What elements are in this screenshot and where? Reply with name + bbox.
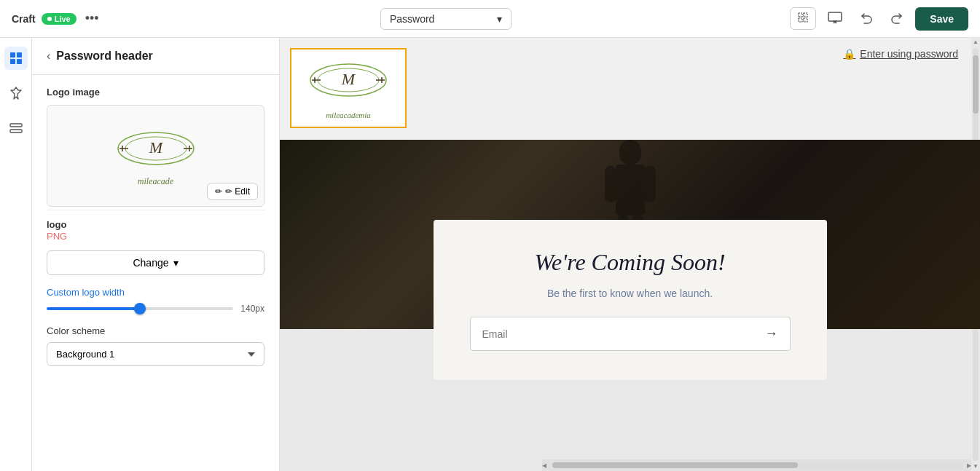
svg-rect-29 (616, 165, 645, 215)
scroll-down-button[interactable]: ▼ (971, 462, 980, 471)
scroll-right-button[interactable]: ▶ (967, 462, 971, 469)
sidebar-icon-rail (0, 38, 32, 471)
header-logo-text: mileacademia (305, 111, 392, 119)
custom-logo-width-label: Custom logo width (47, 287, 264, 298)
grid-icon (9, 52, 23, 65)
logo-edit-button[interactable]: ✏ ✏ Edit (207, 183, 258, 200)
pin-button[interactable] (4, 82, 28, 105)
chevron-down-icon: ▾ (497, 13, 502, 25)
svg-rect-0 (799, 13, 802, 17)
lock-icon: 🔒 (843, 48, 855, 60)
svg-rect-12 (10, 124, 22, 127)
more-options-button[interactable]: ••• (82, 8, 102, 29)
color-scheme-label: Color scheme (47, 325, 264, 336)
layers-button[interactable] (4, 116, 28, 140)
live-badge: Live (42, 13, 77, 25)
settings-panel: ‹ Password header Logo image (32, 38, 280, 471)
edit-pencil-icon: ✏ (215, 186, 222, 197)
logo-section-label: Logo image (47, 87, 264, 98)
change-btn-label: Change (133, 257, 168, 269)
logo-width-slider[interactable] (47, 307, 233, 310)
bottom-scroll-thumb (552, 462, 798, 468)
arrow-right-icon: → (765, 326, 778, 341)
undo-button[interactable] (854, 8, 879, 30)
coming-soon-subtitle: Be the first to know when we launch. (470, 288, 791, 299)
desktop-icon (828, 12, 842, 23)
svg-rect-30 (605, 166, 616, 202)
selected-logo-content: M mileacademia (305, 57, 392, 119)
app-title: Craft (12, 13, 36, 25)
slider-thumb (134, 303, 146, 314)
svg-rect-2 (799, 18, 802, 22)
svg-rect-1 (804, 13, 807, 17)
change-chevron-icon: ▾ (173, 257, 179, 269)
password-header-selected-box[interactable]: M mileacademia (290, 48, 407, 128)
save-button[interactable]: Save (915, 7, 968, 31)
slider-value: 140px (240, 304, 264, 314)
change-logo-button[interactable]: Change ▾ (47, 250, 264, 275)
scroll-thumb (973, 55, 979, 114)
panel-header: ‹ Password header (32, 38, 279, 75)
svg-text:M: M (148, 138, 163, 157)
enter-password-label: Enter using password (860, 48, 958, 60)
canvas-area: M mileacademia 🔒 Enter using password (280, 38, 980, 471)
page-dropdown[interactable]: Password ▾ (380, 8, 511, 30)
email-input[interactable] (471, 320, 753, 349)
desktop-view-button[interactable] (822, 9, 848, 29)
edit-label: ✏ Edit (225, 186, 250, 197)
redo-button[interactable] (885, 8, 909, 30)
svg-rect-11 (17, 59, 22, 64)
scroll-up-button[interactable]: ▲ (971, 38, 980, 47)
color-scheme-select[interactable]: Background 1 Background 2 Background 3 (47, 342, 264, 366)
file-type-value: PNG (47, 231, 264, 242)
svg-rect-10 (10, 59, 15, 64)
canvas-scroll[interactable]: M mileacademia 🔒 Enter using password (280, 38, 980, 471)
live-dot (47, 17, 52, 21)
logo-image-preview: M mileacade (112, 125, 200, 187)
email-input-row: → (470, 317, 791, 351)
scroll-left-button[interactable]: ◀ (542, 462, 546, 469)
logo-text: mileacade (138, 176, 173, 187)
slider-row: 140px (47, 304, 264, 314)
logo-section: Logo image (32, 75, 279, 287)
file-type-label: logo (47, 219, 66, 230)
enter-password-link[interactable]: 🔒 Enter using password (843, 48, 958, 60)
select-tool-button[interactable] (790, 7, 816, 30)
grid-view-button[interactable] (4, 47, 28, 70)
svg-rect-9 (17, 52, 22, 58)
svg-rect-4 (828, 12, 842, 21)
svg-rect-13 (10, 130, 22, 132)
bottom-scroll-track (552, 462, 961, 468)
redo-icon (890, 11, 903, 24)
header-logo-svg: M (305, 57, 392, 108)
header-bg: M mileacademia 🔒 Enter using password (280, 38, 980, 140)
logo-preview-container: M mileacade ✏ ✏ Edit (47, 105, 264, 207)
color-scheme-section: Color scheme Background 1 Background 2 B… (32, 325, 279, 378)
slider-section: Custom logo width 140px (32, 287, 279, 325)
layers-icon (9, 123, 23, 133)
page-dropdown-value: Password (390, 13, 434, 25)
panel-title: Password header (56, 50, 153, 63)
coming-soon-title: We're Coming Soon! (470, 249, 791, 276)
svg-rect-8 (10, 52, 15, 58)
live-label: Live (55, 15, 71, 23)
email-submit-button[interactable]: → (753, 317, 790, 350)
canvas-inner: M mileacademia 🔒 Enter using password (280, 38, 980, 471)
bottom-scroll-bar: ◀ ▶ (542, 459, 971, 471)
svg-text:M: M (341, 70, 356, 88)
logo-svg: M (112, 125, 200, 176)
pin-icon (10, 87, 22, 100)
svg-rect-28 (619, 140, 641, 165)
coming-soon-card: We're Coming Soon! Be the first to know … (434, 220, 827, 380)
selection-icon (798, 12, 808, 23)
undo-icon (860, 11, 873, 24)
svg-rect-31 (644, 166, 656, 202)
back-button[interactable]: ‹ (47, 50, 50, 63)
svg-rect-3 (804, 18, 807, 22)
